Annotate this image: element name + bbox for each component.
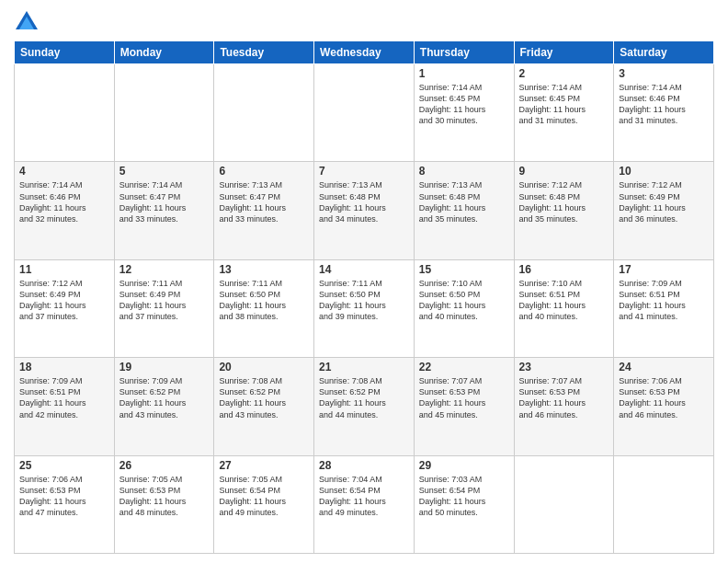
- day-number: 6: [219, 165, 309, 178]
- day-number: 24: [619, 361, 709, 373]
- calendar-cell: 8Sunrise: 7:13 AM Sunset: 6:48 PM Daylig…: [414, 162, 514, 259]
- calendar-cell: 18Sunrise: 7:09 AM Sunset: 6:51 PM Dayli…: [15, 358, 115, 455]
- calendar-cell: 17Sunrise: 7:09 AM Sunset: 6:51 PM Dayli…: [614, 259, 714, 357]
- day-info: Sunrise: 7:07 AM Sunset: 6:53 PM Dayligh…: [519, 375, 609, 420]
- day-info: Sunrise: 7:13 AM Sunset: 6:47 PM Dayligh…: [219, 179, 309, 224]
- calendar-cell: 19Sunrise: 7:09 AM Sunset: 6:52 PM Dayli…: [114, 358, 214, 455]
- weekday-header-thursday: Thursday: [414, 41, 514, 64]
- calendar-table: SundayMondayTuesdayWednesdayThursdayFrid…: [14, 40, 714, 554]
- calendar-cell: 24Sunrise: 7:06 AM Sunset: 6:53 PM Dayli…: [614, 358, 714, 455]
- calendar-cell: 27Sunrise: 7:05 AM Sunset: 6:54 PM Dayli…: [214, 455, 314, 553]
- page: SundayMondayTuesdayWednesdayThursdayFrid…: [0, 0, 728, 563]
- week-row-4: 18Sunrise: 7:09 AM Sunset: 6:51 PM Dayli…: [15, 358, 714, 455]
- day-info: Sunrise: 7:05 AM Sunset: 6:54 PM Dayligh…: [219, 474, 309, 519]
- weekday-header-sunday: Sunday: [15, 41, 115, 64]
- day-number: 12: [119, 263, 210, 276]
- day-number: 28: [319, 459, 409, 472]
- calendar-cell: 9Sunrise: 7:12 AM Sunset: 6:48 PM Daylig…: [514, 162, 614, 259]
- day-info: Sunrise: 7:09 AM Sunset: 6:51 PM Dayligh…: [19, 375, 109, 420]
- weekday-header-monday: Monday: [114, 41, 214, 64]
- logo: [14, 9, 43, 35]
- day-info: Sunrise: 7:11 AM Sunset: 6:50 PM Dayligh…: [219, 278, 309, 323]
- week-row-2: 4Sunrise: 7:14 AM Sunset: 6:46 PM Daylig…: [15, 162, 714, 259]
- day-info: Sunrise: 7:13 AM Sunset: 6:48 PM Dayligh…: [319, 179, 409, 224]
- day-number: 11: [19, 263, 109, 276]
- day-info: Sunrise: 7:04 AM Sunset: 6:54 PM Dayligh…: [319, 474, 409, 519]
- day-info: Sunrise: 7:11 AM Sunset: 6:49 PM Dayligh…: [119, 278, 210, 323]
- calendar-cell: 26Sunrise: 7:05 AM Sunset: 6:53 PM Dayli…: [114, 455, 214, 553]
- calendar-cell: [314, 64, 415, 162]
- day-info: Sunrise: 7:12 AM Sunset: 6:49 PM Dayligh…: [619, 179, 709, 224]
- day-info: Sunrise: 7:09 AM Sunset: 6:51 PM Dayligh…: [619, 278, 709, 323]
- day-info: Sunrise: 7:14 AM Sunset: 6:46 PM Dayligh…: [19, 179, 109, 224]
- day-number: 23: [519, 361, 609, 373]
- day-number: 27: [219, 459, 309, 472]
- calendar-cell: 4Sunrise: 7:14 AM Sunset: 6:46 PM Daylig…: [15, 162, 115, 259]
- calendar-cell: 23Sunrise: 7:07 AM Sunset: 6:53 PM Dayli…: [514, 358, 614, 455]
- calendar-cell: 2Sunrise: 7:14 AM Sunset: 6:45 PM Daylig…: [514, 64, 614, 162]
- day-number: 21: [319, 361, 409, 373]
- day-info: Sunrise: 7:12 AM Sunset: 6:49 PM Dayligh…: [19, 278, 109, 323]
- day-number: 22: [419, 361, 509, 373]
- day-number: 15: [419, 263, 509, 276]
- calendar-cell: 16Sunrise: 7:10 AM Sunset: 6:51 PM Dayli…: [514, 259, 614, 357]
- weekday-header-tuesday: Tuesday: [214, 41, 314, 64]
- day-number: 20: [219, 361, 309, 373]
- day-info: Sunrise: 7:14 AM Sunset: 6:46 PM Dayligh…: [619, 82, 709, 127]
- week-row-5: 25Sunrise: 7:06 AM Sunset: 6:53 PM Dayli…: [15, 455, 714, 553]
- day-info: Sunrise: 7:07 AM Sunset: 6:53 PM Dayligh…: [419, 375, 509, 420]
- calendar-cell: [214, 64, 314, 162]
- day-number: 4: [19, 165, 109, 178]
- calendar-cell: 22Sunrise: 7:07 AM Sunset: 6:53 PM Dayli…: [414, 358, 514, 455]
- day-info: Sunrise: 7:13 AM Sunset: 6:48 PM Dayligh…: [419, 179, 509, 224]
- day-info: Sunrise: 7:06 AM Sunset: 6:53 PM Dayligh…: [619, 375, 709, 420]
- calendar-cell: 10Sunrise: 7:12 AM Sunset: 6:49 PM Dayli…: [614, 162, 714, 259]
- calendar-cell: 13Sunrise: 7:11 AM Sunset: 6:50 PM Dayli…: [214, 259, 314, 357]
- calendar-cell: 6Sunrise: 7:13 AM Sunset: 6:47 PM Daylig…: [214, 162, 314, 259]
- day-number: 5: [119, 165, 210, 178]
- day-info: Sunrise: 7:03 AM Sunset: 6:54 PM Dayligh…: [419, 474, 509, 519]
- day-number: 7: [319, 165, 409, 178]
- calendar-cell: 12Sunrise: 7:11 AM Sunset: 6:49 PM Dayli…: [114, 259, 214, 357]
- day-number: 17: [619, 263, 709, 276]
- day-info: Sunrise: 7:10 AM Sunset: 6:51 PM Dayligh…: [519, 278, 609, 323]
- calendar-cell: [614, 455, 714, 553]
- calendar-cell: 14Sunrise: 7:11 AM Sunset: 6:50 PM Dayli…: [314, 259, 415, 357]
- day-number: 14: [319, 263, 409, 276]
- day-number: 19: [119, 361, 210, 373]
- weekday-header-wednesday: Wednesday: [314, 41, 415, 64]
- day-info: Sunrise: 7:05 AM Sunset: 6:53 PM Dayligh…: [119, 474, 210, 519]
- day-info: Sunrise: 7:14 AM Sunset: 6:45 PM Dayligh…: [519, 82, 609, 127]
- calendar-cell: 15Sunrise: 7:10 AM Sunset: 6:50 PM Dayli…: [414, 259, 514, 357]
- weekday-header-row: SundayMondayTuesdayWednesdayThursdayFrid…: [15, 41, 714, 64]
- calendar-cell: 3Sunrise: 7:14 AM Sunset: 6:46 PM Daylig…: [614, 64, 714, 162]
- calendar-cell: 11Sunrise: 7:12 AM Sunset: 6:49 PM Dayli…: [15, 259, 115, 357]
- day-info: Sunrise: 7:11 AM Sunset: 6:50 PM Dayligh…: [319, 278, 409, 323]
- calendar-cell: [15, 64, 115, 162]
- day-number: 8: [419, 165, 509, 178]
- day-info: Sunrise: 7:08 AM Sunset: 6:52 PM Dayligh…: [319, 375, 409, 420]
- calendar-cell: [514, 455, 614, 553]
- day-info: Sunrise: 7:09 AM Sunset: 6:52 PM Dayligh…: [119, 375, 210, 420]
- day-number: 25: [19, 459, 109, 472]
- calendar-cell: 5Sunrise: 7:14 AM Sunset: 6:47 PM Daylig…: [114, 162, 214, 259]
- day-number: 1: [419, 67, 509, 80]
- day-number: 18: [19, 361, 109, 373]
- day-info: Sunrise: 7:10 AM Sunset: 6:50 PM Dayligh…: [419, 278, 509, 323]
- calendar-cell: 21Sunrise: 7:08 AM Sunset: 6:52 PM Dayli…: [314, 358, 415, 455]
- day-number: 13: [219, 263, 309, 276]
- logo-icon: [14, 9, 40, 35]
- day-number: 9: [519, 165, 609, 178]
- day-number: 3: [619, 67, 709, 80]
- week-row-3: 11Sunrise: 7:12 AM Sunset: 6:49 PM Dayli…: [15, 259, 714, 357]
- day-number: 10: [619, 165, 709, 178]
- week-row-1: 1Sunrise: 7:14 AM Sunset: 6:45 PM Daylig…: [15, 64, 714, 162]
- weekday-header-saturday: Saturday: [614, 41, 714, 64]
- day-number: 16: [519, 263, 609, 276]
- day-number: 26: [119, 459, 210, 472]
- weekday-header-friday: Friday: [514, 41, 614, 64]
- day-info: Sunrise: 7:12 AM Sunset: 6:48 PM Dayligh…: [519, 179, 609, 224]
- header: [14, 9, 714, 35]
- calendar-cell: 25Sunrise: 7:06 AM Sunset: 6:53 PM Dayli…: [15, 455, 115, 553]
- day-info: Sunrise: 7:14 AM Sunset: 6:45 PM Dayligh…: [419, 82, 509, 127]
